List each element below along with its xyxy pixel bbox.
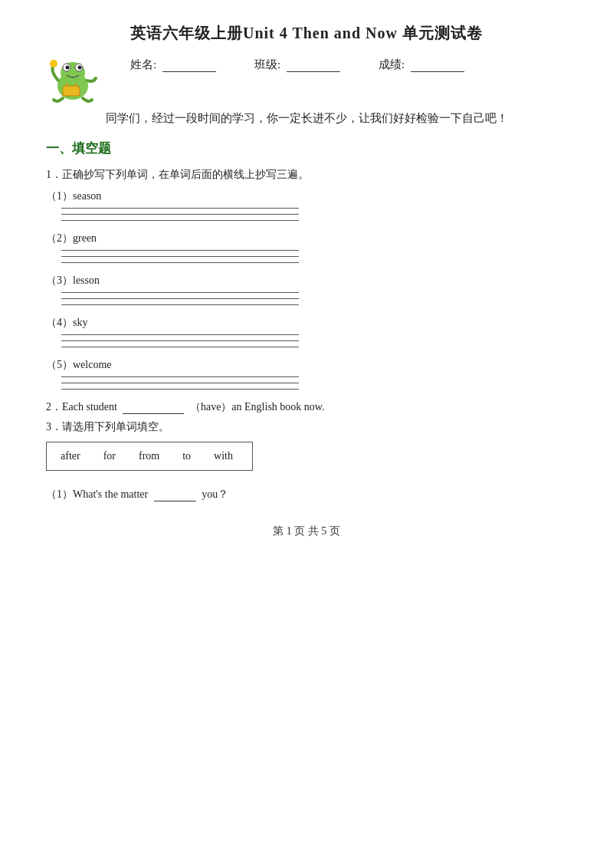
word-item-3: （3）lesson [46,274,567,305]
word-label-5: （5）welcome [46,358,567,372]
q3-sub-1: （1）What's the matter you？ [46,488,567,501]
q3-instruction: 3．请选用下列单词填空。 [46,420,567,434]
question-3-block: 3．请选用下列单词填空。 after for from to with （1）W… [46,420,567,501]
intro-text: 同学们，经过一段时间的学习，你一定长进不少，让我们好好检验一下自己吧！ [46,111,567,126]
q1-instruction: 1．正确抄写下列单词，在单词后面的横线上抄写三遍。 [46,168,567,182]
word-label-4: （4）sky [46,316,567,330]
word-box-item-1: after [61,450,80,462]
class-field: 班级: [254,58,340,72]
copy-lines-3 [61,292,567,305]
section1-title: 一、填空题 [46,140,567,157]
copy-lines-4 [61,334,567,347]
word-box: after for from to with [46,442,253,471]
page-title: 英语六年级上册Unit 4 Then and Now 单元测试卷 [46,23,567,44]
word-box-item-3: from [139,450,159,462]
name-field: 姓名: [130,58,216,72]
page-footer: 第 1 页 共 5 页 [46,524,567,538]
copy-lines-2 [61,250,567,263]
copy-lines-1 [61,208,567,221]
word-item-5: （5）welcome [46,358,567,390]
question-2: 2．Each student （have）an English book now… [46,400,567,414]
word-box-item-2: for [103,450,116,462]
word-label-1: （1）season [46,189,567,203]
word-item-2: （2）green [46,232,567,263]
word-item-1: （1）season [46,189,567,221]
word-item-4: （4）sky [46,316,567,347]
word-label-2: （2）green [46,232,567,245]
svg-rect-9 [63,86,80,96]
copy-lines-5 [61,376,567,390]
svg-point-6 [50,60,57,67]
score-field: 成绩: [379,58,464,72]
question-1-block: 1．正确抄写下列单词，在单词后面的横线上抄写三遍。 （1）season （2）g… [46,168,567,390]
word-label-3: （3）lesson [46,274,567,288]
svg-point-5 [78,66,82,70]
word-box-item-5: with [214,450,233,462]
word-box-item-4: to [182,450,191,462]
logo-image [46,54,107,104]
svg-point-4 [66,66,70,70]
